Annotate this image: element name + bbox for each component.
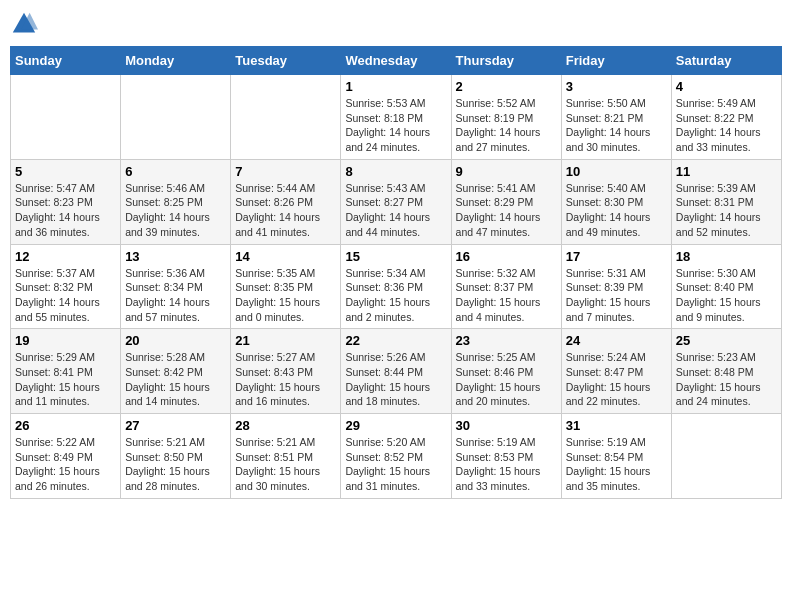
- calendar-cell: 11Sunrise: 5:39 AM Sunset: 8:31 PM Dayli…: [671, 159, 781, 244]
- day-info: Sunrise: 5:29 AM Sunset: 8:41 PM Dayligh…: [15, 350, 116, 409]
- day-number: 22: [345, 333, 446, 348]
- calendar-week-row: 1Sunrise: 5:53 AM Sunset: 8:18 PM Daylig…: [11, 75, 782, 160]
- weekday-header-cell: Tuesday: [231, 47, 341, 75]
- day-number: 25: [676, 333, 777, 348]
- calendar-cell: 1Sunrise: 5:53 AM Sunset: 8:18 PM Daylig…: [341, 75, 451, 160]
- calendar-cell: 17Sunrise: 5:31 AM Sunset: 8:39 PM Dayli…: [561, 244, 671, 329]
- day-info: Sunrise: 5:44 AM Sunset: 8:26 PM Dayligh…: [235, 181, 336, 240]
- day-info: Sunrise: 5:26 AM Sunset: 8:44 PM Dayligh…: [345, 350, 446, 409]
- calendar-cell: 25Sunrise: 5:23 AM Sunset: 8:48 PM Dayli…: [671, 329, 781, 414]
- day-number: 7: [235, 164, 336, 179]
- calendar-cell: 24Sunrise: 5:24 AM Sunset: 8:47 PM Dayli…: [561, 329, 671, 414]
- day-number: 6: [125, 164, 226, 179]
- day-info: Sunrise: 5:30 AM Sunset: 8:40 PM Dayligh…: [676, 266, 777, 325]
- calendar-cell: [231, 75, 341, 160]
- weekday-header-cell: Thursday: [451, 47, 561, 75]
- day-number: 1: [345, 79, 446, 94]
- day-number: 2: [456, 79, 557, 94]
- day-number: 31: [566, 418, 667, 433]
- day-number: 18: [676, 249, 777, 264]
- calendar-cell: 18Sunrise: 5:30 AM Sunset: 8:40 PM Dayli…: [671, 244, 781, 329]
- weekday-header-cell: Saturday: [671, 47, 781, 75]
- day-number: 16: [456, 249, 557, 264]
- weekday-header-cell: Wednesday: [341, 47, 451, 75]
- day-number: 10: [566, 164, 667, 179]
- day-info: Sunrise: 5:20 AM Sunset: 8:52 PM Dayligh…: [345, 435, 446, 494]
- calendar-cell: 4Sunrise: 5:49 AM Sunset: 8:22 PM Daylig…: [671, 75, 781, 160]
- day-info: Sunrise: 5:52 AM Sunset: 8:19 PM Dayligh…: [456, 96, 557, 155]
- day-number: 15: [345, 249, 446, 264]
- day-info: Sunrise: 5:24 AM Sunset: 8:47 PM Dayligh…: [566, 350, 667, 409]
- day-info: Sunrise: 5:46 AM Sunset: 8:25 PM Dayligh…: [125, 181, 226, 240]
- day-info: Sunrise: 5:49 AM Sunset: 8:22 PM Dayligh…: [676, 96, 777, 155]
- day-info: Sunrise: 5:47 AM Sunset: 8:23 PM Dayligh…: [15, 181, 116, 240]
- day-info: Sunrise: 5:21 AM Sunset: 8:50 PM Dayligh…: [125, 435, 226, 494]
- calendar-cell: 31Sunrise: 5:19 AM Sunset: 8:54 PM Dayli…: [561, 414, 671, 499]
- calendar-cell: 13Sunrise: 5:36 AM Sunset: 8:34 PM Dayli…: [121, 244, 231, 329]
- calendar-cell: 27Sunrise: 5:21 AM Sunset: 8:50 PM Dayli…: [121, 414, 231, 499]
- day-number: 20: [125, 333, 226, 348]
- day-number: 23: [456, 333, 557, 348]
- day-info: Sunrise: 5:31 AM Sunset: 8:39 PM Dayligh…: [566, 266, 667, 325]
- day-number: 9: [456, 164, 557, 179]
- day-number: 17: [566, 249, 667, 264]
- day-info: Sunrise: 5:22 AM Sunset: 8:49 PM Dayligh…: [15, 435, 116, 494]
- weekday-header-row: SundayMondayTuesdayWednesdayThursdayFrid…: [11, 47, 782, 75]
- day-info: Sunrise: 5:50 AM Sunset: 8:21 PM Dayligh…: [566, 96, 667, 155]
- calendar-cell: 26Sunrise: 5:22 AM Sunset: 8:49 PM Dayli…: [11, 414, 121, 499]
- calendar-cell: 20Sunrise: 5:28 AM Sunset: 8:42 PM Dayli…: [121, 329, 231, 414]
- calendar-cell: 21Sunrise: 5:27 AM Sunset: 8:43 PM Dayli…: [231, 329, 341, 414]
- day-number: 8: [345, 164, 446, 179]
- day-info: Sunrise: 5:53 AM Sunset: 8:18 PM Dayligh…: [345, 96, 446, 155]
- day-number: 27: [125, 418, 226, 433]
- weekday-header-cell: Monday: [121, 47, 231, 75]
- logo: [10, 10, 42, 38]
- day-number: 24: [566, 333, 667, 348]
- day-info: Sunrise: 5:39 AM Sunset: 8:31 PM Dayligh…: [676, 181, 777, 240]
- logo-icon: [10, 10, 38, 38]
- day-info: Sunrise: 5:23 AM Sunset: 8:48 PM Dayligh…: [676, 350, 777, 409]
- day-info: Sunrise: 5:25 AM Sunset: 8:46 PM Dayligh…: [456, 350, 557, 409]
- calendar-body: 1Sunrise: 5:53 AM Sunset: 8:18 PM Daylig…: [11, 75, 782, 499]
- day-number: 13: [125, 249, 226, 264]
- calendar-week-row: 12Sunrise: 5:37 AM Sunset: 8:32 PM Dayli…: [11, 244, 782, 329]
- calendar-table: SundayMondayTuesdayWednesdayThursdayFrid…: [10, 46, 782, 499]
- calendar-cell: 6Sunrise: 5:46 AM Sunset: 8:25 PM Daylig…: [121, 159, 231, 244]
- weekday-header-cell: Friday: [561, 47, 671, 75]
- day-info: Sunrise: 5:21 AM Sunset: 8:51 PM Dayligh…: [235, 435, 336, 494]
- calendar-cell: [121, 75, 231, 160]
- day-info: Sunrise: 5:36 AM Sunset: 8:34 PM Dayligh…: [125, 266, 226, 325]
- calendar-cell: 12Sunrise: 5:37 AM Sunset: 8:32 PM Dayli…: [11, 244, 121, 329]
- calendar-cell: 28Sunrise: 5:21 AM Sunset: 8:51 PM Dayli…: [231, 414, 341, 499]
- calendar-cell: 10Sunrise: 5:40 AM Sunset: 8:30 PM Dayli…: [561, 159, 671, 244]
- day-number: 3: [566, 79, 667, 94]
- calendar-cell: 23Sunrise: 5:25 AM Sunset: 8:46 PM Dayli…: [451, 329, 561, 414]
- calendar-cell: 8Sunrise: 5:43 AM Sunset: 8:27 PM Daylig…: [341, 159, 451, 244]
- page-header: [10, 10, 782, 38]
- day-info: Sunrise: 5:37 AM Sunset: 8:32 PM Dayligh…: [15, 266, 116, 325]
- calendar-cell: 2Sunrise: 5:52 AM Sunset: 8:19 PM Daylig…: [451, 75, 561, 160]
- calendar-cell: 14Sunrise: 5:35 AM Sunset: 8:35 PM Dayli…: [231, 244, 341, 329]
- calendar-cell: 19Sunrise: 5:29 AM Sunset: 8:41 PM Dayli…: [11, 329, 121, 414]
- day-number: 26: [15, 418, 116, 433]
- day-info: Sunrise: 5:40 AM Sunset: 8:30 PM Dayligh…: [566, 181, 667, 240]
- day-number: 29: [345, 418, 446, 433]
- calendar-cell: 16Sunrise: 5:32 AM Sunset: 8:37 PM Dayli…: [451, 244, 561, 329]
- calendar-week-row: 19Sunrise: 5:29 AM Sunset: 8:41 PM Dayli…: [11, 329, 782, 414]
- calendar-week-row: 5Sunrise: 5:47 AM Sunset: 8:23 PM Daylig…: [11, 159, 782, 244]
- day-number: 4: [676, 79, 777, 94]
- day-number: 21: [235, 333, 336, 348]
- day-number: 30: [456, 418, 557, 433]
- day-info: Sunrise: 5:19 AM Sunset: 8:53 PM Dayligh…: [456, 435, 557, 494]
- calendar-cell: 22Sunrise: 5:26 AM Sunset: 8:44 PM Dayli…: [341, 329, 451, 414]
- calendar-cell: 7Sunrise: 5:44 AM Sunset: 8:26 PM Daylig…: [231, 159, 341, 244]
- calendar-cell: 15Sunrise: 5:34 AM Sunset: 8:36 PM Dayli…: [341, 244, 451, 329]
- day-info: Sunrise: 5:28 AM Sunset: 8:42 PM Dayligh…: [125, 350, 226, 409]
- calendar-week-row: 26Sunrise: 5:22 AM Sunset: 8:49 PM Dayli…: [11, 414, 782, 499]
- day-number: 28: [235, 418, 336, 433]
- calendar-cell: [671, 414, 781, 499]
- day-number: 12: [15, 249, 116, 264]
- day-number: 14: [235, 249, 336, 264]
- calendar-cell: 9Sunrise: 5:41 AM Sunset: 8:29 PM Daylig…: [451, 159, 561, 244]
- calendar-cell: 30Sunrise: 5:19 AM Sunset: 8:53 PM Dayli…: [451, 414, 561, 499]
